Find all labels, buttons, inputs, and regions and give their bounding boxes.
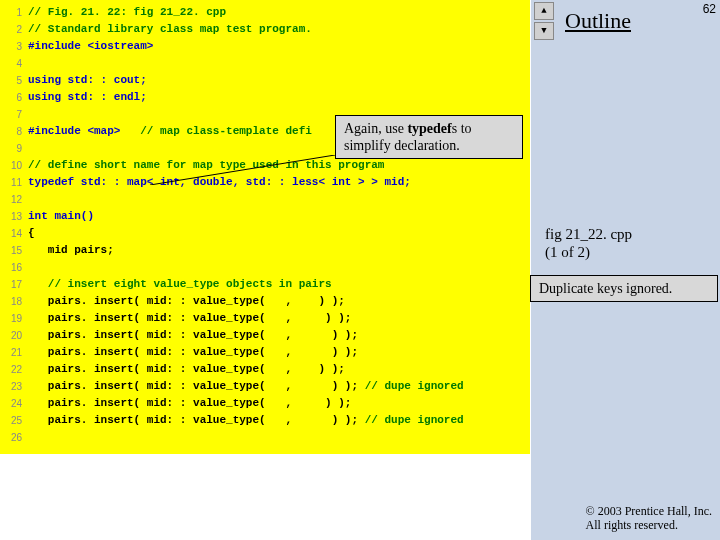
line-number: 17 bbox=[0, 276, 28, 293]
code-text: // define short name for map type used i… bbox=[28, 157, 384, 174]
line-number: 11 bbox=[0, 174, 28, 191]
figure-label-line2: (1 of 2) bbox=[545, 243, 632, 261]
code-line: 18 pairs. insert( mid: : value_type( , )… bbox=[0, 293, 530, 310]
code-line: 24 pairs. insert( mid: : value_type( , )… bbox=[0, 395, 530, 412]
code-line: 4 bbox=[0, 55, 530, 72]
code-text: typedef std: : map< int, double, std: : … bbox=[28, 174, 411, 191]
line-number: 9 bbox=[0, 140, 28, 157]
code-line: 2// Standard library class map test prog… bbox=[0, 21, 530, 38]
code-line: 26 bbox=[0, 429, 530, 446]
line-number: 26 bbox=[0, 429, 28, 446]
sidebar-panel bbox=[531, 0, 720, 540]
line-number: 21 bbox=[0, 344, 28, 361]
code-text: { bbox=[28, 225, 35, 242]
code-text: // Standard library class map test progr… bbox=[28, 21, 312, 38]
line-number: 7 bbox=[0, 106, 28, 123]
copyright-line1: © 2003 Prentice Hall, Inc. bbox=[586, 504, 712, 518]
copyright-notice: © 2003 Prentice Hall, Inc. All rights re… bbox=[586, 504, 712, 532]
nav-down-button[interactable]: ▼ bbox=[534, 22, 554, 40]
code-text: pairs. insert( mid: : value_type( , ) ); bbox=[28, 395, 351, 412]
code-text: pairs. insert( mid: : value_type( , ) ); bbox=[28, 361, 345, 378]
line-number: 1 bbox=[0, 4, 28, 21]
code-text: #include <map> // map class-template def… bbox=[28, 123, 312, 140]
code-line: 10// define short name for map type used… bbox=[0, 157, 530, 174]
nav-up-button[interactable]: ▲ bbox=[534, 2, 554, 20]
code-line: 22 pairs. insert( mid: : value_type( , )… bbox=[0, 361, 530, 378]
line-number: 22 bbox=[0, 361, 28, 378]
line-number: 5 bbox=[0, 72, 28, 89]
line-number: 8 bbox=[0, 123, 28, 140]
nav-buttons: ▲ ▼ bbox=[534, 2, 554, 40]
code-line: 17 // insert eight value_type objects in… bbox=[0, 276, 530, 293]
code-line: 6using std: : endl; bbox=[0, 89, 530, 106]
code-line: 5using std: : cout; bbox=[0, 72, 530, 89]
figure-label-line1: fig 21_22. cpp bbox=[545, 225, 632, 243]
line-number: 13 bbox=[0, 208, 28, 225]
code-line: 23 pairs. insert( mid: : value_type( , )… bbox=[0, 378, 530, 395]
line-number: 19 bbox=[0, 310, 28, 327]
line-number: 24 bbox=[0, 395, 28, 412]
code-line: 20 pairs. insert( mid: : value_type( , )… bbox=[0, 327, 530, 344]
figure-label: fig 21_22. cpp (1 of 2) bbox=[545, 225, 632, 261]
line-number: 14 bbox=[0, 225, 28, 242]
code-text: pairs. insert( mid: : value_type( , ) );… bbox=[28, 412, 464, 429]
code-line: 1// Fig. 21. 22: fig 21_22. cpp bbox=[0, 4, 530, 21]
code-text: pairs. insert( mid: : value_type( , ) ); bbox=[28, 310, 351, 327]
line-number: 6 bbox=[0, 89, 28, 106]
code-text: mid pairs; bbox=[28, 242, 114, 259]
code-line: 12 bbox=[0, 191, 530, 208]
code-text: pairs. insert( mid: : value_type( , ) ); bbox=[28, 327, 358, 344]
code-line: 25 pairs. insert( mid: : value_type( , )… bbox=[0, 412, 530, 429]
code-listing: 1// Fig. 21. 22: fig 21_22. cpp2// Stand… bbox=[0, 0, 530, 454]
code-line: 14{ bbox=[0, 225, 530, 242]
code-line: 15 mid pairs; bbox=[0, 242, 530, 259]
code-line: 11typedef std: : map< int, double, std: … bbox=[0, 174, 530, 191]
line-number: 15 bbox=[0, 242, 28, 259]
code-text: pairs. insert( mid: : value_type( , ) );… bbox=[28, 378, 464, 395]
line-number: 20 bbox=[0, 327, 28, 344]
code-text: using std: : cout; bbox=[28, 72, 147, 89]
outline-title: Outline bbox=[565, 8, 631, 34]
code-text: int main() bbox=[28, 208, 94, 225]
callout-typedef: Again, use typedefs to simplify declarat… bbox=[335, 115, 523, 159]
line-number: 12 bbox=[0, 191, 28, 208]
code-line: 16 bbox=[0, 259, 530, 276]
code-line: 3#include <iostream> bbox=[0, 38, 530, 55]
line-number: 23 bbox=[0, 378, 28, 395]
code-line: 21 pairs. insert( mid: : value_type( , )… bbox=[0, 344, 530, 361]
code-text: pairs. insert( mid: : value_type( , ) ); bbox=[28, 344, 358, 361]
code-line: 19 pairs. insert( mid: : value_type( , )… bbox=[0, 310, 530, 327]
code-text: pairs. insert( mid: : value_type( , ) ); bbox=[28, 293, 345, 310]
line-number: 16 bbox=[0, 259, 28, 276]
code-text: using std: : endl; bbox=[28, 89, 147, 106]
line-number: 18 bbox=[0, 293, 28, 310]
line-number: 2 bbox=[0, 21, 28, 38]
line-number: 10 bbox=[0, 157, 28, 174]
page-number: 62 bbox=[703, 2, 716, 16]
code-text: #include <iostream> bbox=[28, 38, 153, 55]
line-number: 25 bbox=[0, 412, 28, 429]
code-text: // Fig. 21. 22: fig 21_22. cpp bbox=[28, 4, 226, 21]
code-text: // insert eight value_type objects in pa… bbox=[28, 276, 332, 293]
code-line: 13int main() bbox=[0, 208, 530, 225]
copyright-line2: All rights reserved. bbox=[586, 518, 712, 532]
callout-duplicate: Duplicate keys ignored. bbox=[530, 275, 718, 302]
line-number: 3 bbox=[0, 38, 28, 55]
line-number: 4 bbox=[0, 55, 28, 72]
